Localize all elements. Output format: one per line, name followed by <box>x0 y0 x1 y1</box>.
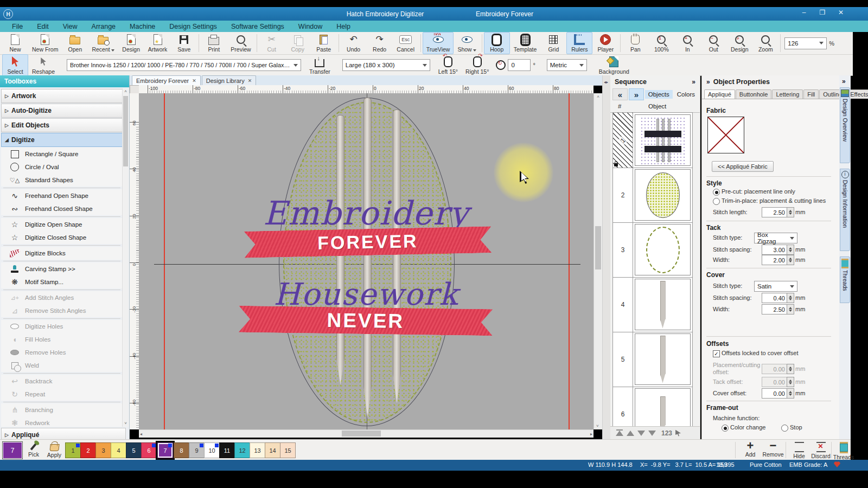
new-from-button[interactable]: New From <box>28 32 62 54</box>
select-previous-object-button[interactable]: « <box>612 88 628 100</box>
palette-swatch-8[interactable]: 8 <box>174 442 189 458</box>
spinner-arrows[interactable] <box>787 377 794 387</box>
tack-stitch-type-combo[interactable]: Box Zigzag <box>754 233 797 243</box>
zoom-out-button[interactable]: −Out <box>700 32 726 54</box>
stitch-length-input[interactable]: 2.50 <box>762 207 787 217</box>
side-tab-design-information[interactable]: i Design Information <box>840 169 850 251</box>
tool-redwork[interactable]: ❃Redwork <box>1 416 123 427</box>
tab-buttonhole[interactable]: Buttonhole <box>736 89 772 99</box>
menu-design-settings[interactable]: Design Settings <box>163 22 224 31</box>
zoom-design-button[interactable]: ⌕Design <box>726 32 752 54</box>
player-button[interactable]: Player <box>592 32 618 54</box>
minimize-icon[interactable]: – <box>799 9 809 16</box>
cover-spacing-input[interactable]: 0.40 <box>762 293 787 303</box>
tool-motif-stamp[interactable]: ❋Motif Stamp... <box>1 275 123 288</box>
sequence-item-thumbnail[interactable] <box>635 114 691 166</box>
hoop-toggle[interactable]: Hoop <box>484 32 510 54</box>
palette-swatch-11[interactable]: 11 <box>219 442 235 458</box>
banner-never[interactable]: NEVER <box>239 306 493 336</box>
palette-swatch-1[interactable]: 1 <box>65 442 81 458</box>
palette-swatch-5[interactable]: 5 <box>126 442 142 458</box>
tool-circle-oval[interactable]: Circle / Oval <box>1 160 123 174</box>
sequence-item-thumbnail[interactable] <box>635 224 691 275</box>
spinner-arrows[interactable] <box>787 388 794 399</box>
new-button[interactable]: New <box>2 32 28 54</box>
palette-swatch-2[interactable]: 2 <box>80 442 96 458</box>
tool-repeat[interactable]: ↻Repeat <box>1 388 123 401</box>
template-toggle[interactable]: Template <box>510 32 541 54</box>
knitting-needle-right[interactable] <box>393 110 401 403</box>
banner-forever[interactable]: FOREVER <box>244 226 492 258</box>
tool-digitize-blocks[interactable]: Digitize Blocks <box>1 247 123 260</box>
sequence-item-thumbnail[interactable] <box>635 388 691 427</box>
cover-width-input[interactable]: 2.50 <box>762 304 787 314</box>
reshape-tool-button[interactable]: Reshape <box>28 54 59 76</box>
palette-swatch-10[interactable]: 10 <box>204 442 220 458</box>
transfer-button[interactable]: Transfer <box>305 54 334 76</box>
machine-model-combo[interactable]: Brother Innov-is 1250 / 1200/ 1000 / PE-… <box>67 59 301 71</box>
move-down-icon[interactable] <box>637 431 645 436</box>
select-tool-button[interactable]: Select <box>2 54 28 76</box>
tack-spacing-input[interactable]: 3.00 <box>762 245 787 255</box>
tack-width-input[interactable]: 2.00 <box>762 255 787 265</box>
tool-branching[interactable]: ⋔Branching <box>1 403 123 416</box>
design-file-button[interactable]: Design <box>118 32 144 54</box>
menu-view[interactable]: View <box>56 22 84 31</box>
collapse-panel-icon[interactable]: » <box>842 78 846 85</box>
tab-design-library[interactable]: Design Library✕ <box>202 75 256 85</box>
sequence-item-1[interactable]: 1 <box>613 113 692 168</box>
splitter-arrows-icon[interactable]: ◂▸ <box>604 80 608 85</box>
menu-file[interactable]: File <box>5 22 29 31</box>
canvas-horizontal-scrollbar[interactable]: ◂ ▸ <box>139 429 593 438</box>
toolbox-section-edit-objects[interactable]: ▷Edit Objects <box>1 118 123 132</box>
tool-standard-shapes[interactable]: ♡△Standard Shapes <box>1 174 123 187</box>
spinner-arrows[interactable] <box>787 255 794 265</box>
tab-embroidery-forever[interactable]: Embroidery Forever✕ <box>132 75 201 85</box>
collapse-panel-icon[interactable]: » <box>692 78 695 86</box>
background-button[interactable]: Background <box>595 54 633 76</box>
preview-button[interactable]: Preview <box>227 32 254 54</box>
scroll-up-icon[interactable]: ˄ <box>123 88 129 95</box>
tool-remove-holes[interactable]: Remove Holes <box>1 346 123 359</box>
tool-add-stitch-angles[interactable]: ⊿+Add Stitch Angles <box>1 291 123 304</box>
sequence-item-thumbnail[interactable] <box>635 169 691 221</box>
palette-swatch-7[interactable]: 7 <box>157 442 173 458</box>
pick-color-button[interactable]: Pick <box>24 441 43 458</box>
copy-button[interactable]: Copy <box>285 32 311 54</box>
scroll-right-icon[interactable]: ▸ <box>590 432 592 436</box>
canvas-vertical-scrollbar[interactable]: ˄ ˅ <box>593 93 602 429</box>
script-text-housework[interactable]: Housework <box>139 277 593 312</box>
sequence-item-thumbnail[interactable] <box>635 279 691 330</box>
artwork-button[interactable]: Artwork <box>144 32 171 54</box>
rotate-right-15-button[interactable]: Right 15° <box>462 54 493 76</box>
close-icon[interactable]: ✕ <box>835 9 846 16</box>
sequence-item-4[interactable]: 4 <box>613 277 692 332</box>
zoom-button[interactable]: Zoom <box>752 32 778 54</box>
hoop-size-combo[interactable]: Large (180 x 300) <box>342 59 430 71</box>
recent-button[interactable]: Recent <box>88 32 118 54</box>
precut-radio[interactable] <box>713 189 720 196</box>
menu-window[interactable]: Window <box>292 22 329 31</box>
units-combo[interactable]: Metric <box>547 59 587 71</box>
save-button[interactable]: Save <box>171 32 197 54</box>
tack-offset-input[interactable]: 0.00 <box>762 377 787 387</box>
grid-toggle[interactable]: Grid <box>540 32 566 54</box>
pan-button[interactable]: Pan <box>622 32 648 54</box>
discard-color-button[interactable]: Discard <box>808 441 833 459</box>
threads-button[interactable]: Threads <box>831 441 856 460</box>
panel-splitter[interactable]: ◂▸ <box>602 75 611 439</box>
menu-software-settings[interactable]: Software Settings <box>225 22 291 31</box>
palette-swatch-9[interactable]: 9 <box>189 442 205 458</box>
toolbox-section-auto-digitize[interactable]: ▷Auto-Digitize <box>1 104 123 118</box>
scroll-down-icon[interactable]: ˅ <box>596 423 599 428</box>
redo-button[interactable]: ↷Redo <box>367 32 393 54</box>
sequence-item-2[interactable]: 2 <box>613 168 692 223</box>
scrollbar-thumb[interactable] <box>342 431 381 436</box>
tool-weld[interactable]: Weld <box>1 359 123 372</box>
palette-swatch-13[interactable]: 13 <box>250 442 265 458</box>
print-button[interactable]: Print <box>201 32 227 54</box>
tool-rectangle-square[interactable]: Rectangle / Square <box>1 147 123 160</box>
select-next-object-button[interactable]: » <box>629 88 644 100</box>
tab-applique[interactable]: Appliqué <box>704 89 735 99</box>
cover-stitch-type-combo[interactable]: Satin <box>754 281 797 292</box>
